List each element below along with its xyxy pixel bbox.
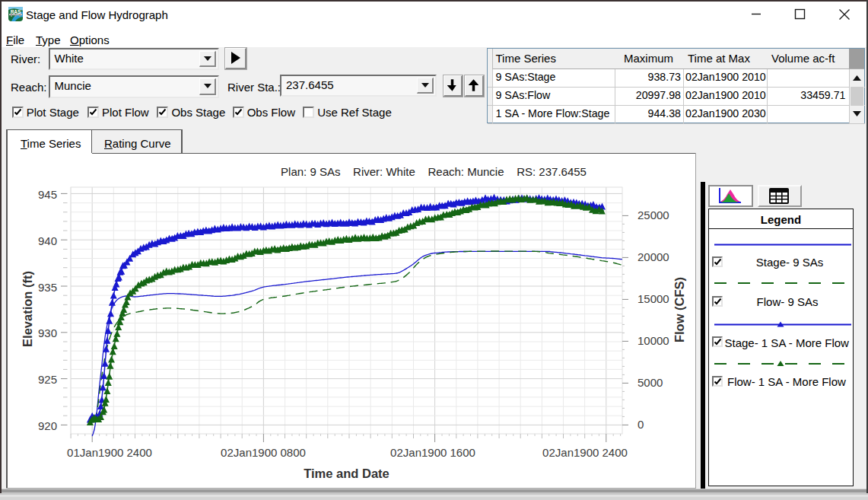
svg-text:940: 940: [38, 234, 57, 247]
svg-text:0: 0: [637, 418, 644, 431]
svg-text:20000: 20000: [637, 250, 669, 263]
svg-text:930: 930: [38, 326, 57, 339]
svg-text:Plan: 9 SAs River: White: Plan: 9 SAs River: White Reach: Muncie R…: [281, 165, 587, 178]
svg-text:Flow (CFS): Flow (CFS): [672, 277, 686, 342]
svg-text:01Jan1900 2400: 01Jan1900 2400: [67, 446, 152, 459]
svg-text:935: 935: [38, 281, 57, 294]
svg-text:10000: 10000: [637, 334, 669, 347]
svg-text:25000: 25000: [637, 209, 669, 221]
svg-text:02Jan1900 2400: 02Jan1900 2400: [542, 446, 628, 459]
svg-text:5000: 5000: [637, 376, 663, 389]
svg-text:15000: 15000: [637, 292, 669, 305]
svg-text:Elevation (ft): Elevation (ft): [21, 271, 34, 347]
svg-text:Time and Date: Time and Date: [304, 467, 389, 480]
svg-text:02Jan1900 1600: 02Jan1900 1600: [390, 446, 475, 459]
svg-text:02Jan1900 0800: 02Jan1900 0800: [221, 446, 306, 459]
svg-text:920: 920: [38, 419, 57, 432]
svg-text:945: 945: [38, 188, 57, 201]
svg-text:925: 925: [38, 373, 57, 386]
